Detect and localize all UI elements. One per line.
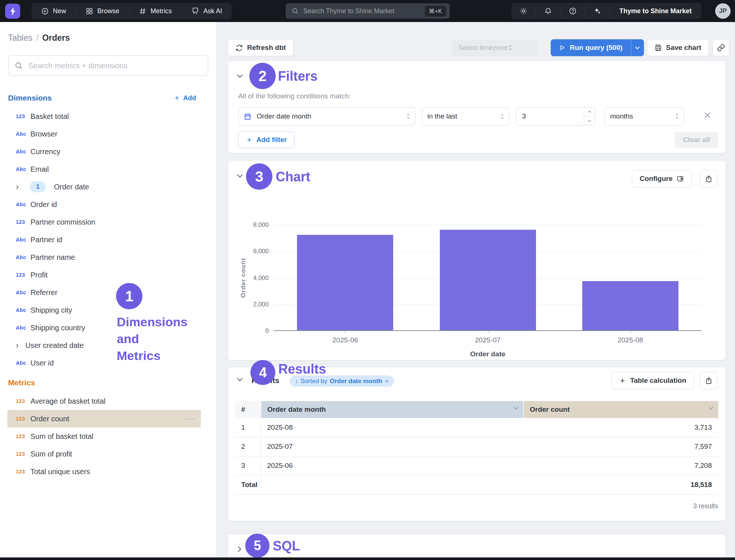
sidebar-item-email[interactable]: AbcEmail	[7, 160, 201, 178]
sidebar-item-total-unique-users[interactable]: 123Total unique users	[7, 463, 201, 480]
column-header-order-date-month[interactable]: Order date month	[261, 401, 524, 418]
configure-chart-button[interactable]: Configure	[632, 170, 692, 188]
sidebar-item-partner-id[interactable]: AbcPartner id	[7, 231, 201, 248]
chevron-down-icon	[385, 380, 389, 383]
ai-assistant-button[interactable]	[585, 3, 610, 19]
filter-unit-select[interactable]: months	[605, 107, 684, 126]
field-label: User id	[30, 359, 54, 367]
chevron-right-icon[interactable]: ›	[16, 341, 25, 350]
sorted-by-pill[interactable]: ↓ Sorted by Order date month	[290, 375, 394, 387]
sidebar-item-sum-of-basket-total[interactable]: 123Sum of basket total	[7, 428, 201, 445]
panel-icon	[677, 175, 684, 182]
user-avatar[interactable]: JP	[715, 3, 731, 19]
column-header-order-count[interactable]: Order count	[524, 401, 718, 418]
breadcrumb: Tables/Orders	[8, 33, 216, 43]
chart-collapse-chevron[interactable]	[237, 174, 243, 178]
sidebar-item-basket-total[interactable]: 123Basket total	[7, 108, 201, 125]
run-query-button[interactable]: Run query (500)	[551, 39, 631, 56]
filter-field-select[interactable]: Order date month	[238, 107, 415, 126]
sql-expand-chevron[interactable]	[238, 546, 242, 552]
breadcrumb-current: Orders	[42, 33, 70, 43]
row-index-cell: 1	[235, 418, 261, 437]
sidebar-item-profit[interactable]: 123Profit	[7, 266, 201, 284]
table-calculation-button[interactable]: Table calculation	[611, 372, 694, 389]
app-logo[interactable]	[5, 4, 20, 19]
field-label: Shipping country	[30, 324, 85, 332]
filter-operator-select[interactable]: in the last	[422, 107, 509, 126]
numeric-field-icon: 123	[16, 113, 30, 119]
export-results-button[interactable]	[700, 372, 717, 389]
nav-item-metrics[interactable]: Metrics	[129, 3, 182, 19]
annotation-5-circle: 5	[245, 534, 269, 558]
stepper-down-icon[interactable]	[584, 117, 595, 126]
dimensions-list: 123Basket totalAbcBrowserAbcCurrencyAbcE…	[0, 108, 216, 372]
add-dimension-button[interactable]: Add	[174, 94, 196, 102]
export-chart-button[interactable]	[700, 170, 717, 188]
filters-collapse-chevron[interactable]	[237, 74, 243, 78]
sidebar-item-partner-commission[interactable]: 123Partner commission	[7, 213, 201, 231]
add-filter-button[interactable]: Add filter	[238, 131, 294, 148]
number-stepper[interactable]	[584, 108, 595, 125]
numeric-field-icon: 123	[16, 433, 30, 439]
chevron-right-icon[interactable]: ›	[16, 182, 25, 191]
sidebar-item-order-count[interactable]: 123Order count···	[7, 410, 201, 428]
string-field-icon: Abc	[16, 201, 30, 207]
remove-filter-button[interactable]	[704, 112, 711, 119]
sidebar-item-user-created-date[interactable]: ›User created date	[7, 337, 201, 354]
gear-icon	[519, 7, 528, 15]
field-label: Order count	[30, 415, 69, 423]
sidebar-item-sum-of-profit[interactable]: 123Sum of profit	[7, 445, 201, 463]
numeric-field-icon: 123	[16, 272, 30, 278]
metrics-list: 123Average of basket total123Order count…	[0, 392, 216, 480]
org-switcher[interactable]: Thyme to Shine Market	[610, 3, 701, 19]
sidebar-item-order-id[interactable]: AbcOrder id	[7, 196, 201, 213]
clear-all-filters-button[interactable]: Clear all	[675, 132, 718, 148]
column-header-index: #	[235, 401, 261, 418]
refresh-dbt-button[interactable]: Refresh dbt	[228, 39, 294, 56]
plus-icon	[246, 137, 253, 143]
share-link-button[interactable]	[713, 39, 729, 56]
sidebar-item-browser[interactable]: AbcBrowser	[7, 125, 201, 143]
save-chart-button[interactable]: Save chart	[647, 39, 709, 56]
field-label: Average of basket total	[30, 397, 105, 406]
nav-item-ask-ai[interactable]: Ask AI	[182, 3, 232, 19]
filter-value-input[interactable]: 3	[516, 107, 595, 126]
timezone-placeholder: Select timezone	[458, 44, 508, 52]
settings-button[interactable]	[511, 3, 536, 19]
nav-item-new[interactable]: New	[32, 3, 76, 19]
breadcrumb-tables-link[interactable]: Tables	[8, 33, 32, 43]
numeric-field-icon: 123	[16, 398, 30, 404]
global-search-input[interactable]: Search Thyme to Shine Market ⌘+K	[286, 3, 450, 19]
search-icon	[14, 61, 23, 70]
stepper-up-icon[interactable]	[584, 108, 595, 117]
notifications-button[interactable]	[536, 3, 561, 19]
nav-item-browse[interactable]: Browse	[76, 3, 129, 19]
share-icon	[705, 175, 713, 183]
field-label: Partner id	[30, 236, 62, 244]
calendar-icon	[244, 113, 251, 120]
sidebar-item-currency[interactable]: AbcCurrency	[7, 143, 201, 160]
x-tick-label: 2025-06	[308, 336, 382, 344]
hash-icon	[139, 7, 146, 15]
sidebar-item-average-of-basket-total[interactable]: 123Average of basket total	[7, 392, 201, 410]
help-button[interactable]	[561, 3, 585, 19]
sidebar-item-referrer[interactable]: AbcReferrer	[7, 284, 201, 301]
filter-condition-text: All of the following conditions match:	[238, 92, 351, 100]
help-icon	[569, 7, 577, 15]
sidebar-item-order-date[interactable]: ›1Order date	[7, 178, 201, 196]
annotation-3-circle: 3	[246, 163, 272, 190]
results-collapse-chevron[interactable]	[237, 378, 243, 382]
grid-icon	[86, 7, 93, 15]
field-label: Currency	[30, 148, 60, 156]
field-label: Sum of basket total	[30, 432, 93, 441]
field-label: Basket total	[30, 112, 69, 121]
run-query-options-button[interactable]	[631, 39, 644, 56]
play-icon	[559, 44, 565, 51]
sidebar-item-partner-name[interactable]: AbcPartner name	[7, 248, 201, 266]
chevron-down-icon	[635, 46, 640, 50]
sidebar-item-user-id[interactable]: AbcUser id	[7, 354, 201, 372]
timezone-select[interactable]: Select timezone	[452, 40, 539, 56]
numeric-field-icon: 123	[16, 219, 30, 225]
more-menu-icon[interactable]: ···	[185, 414, 196, 423]
fields-search-input[interactable]: Search metrics + dimensions	[8, 55, 208, 76]
